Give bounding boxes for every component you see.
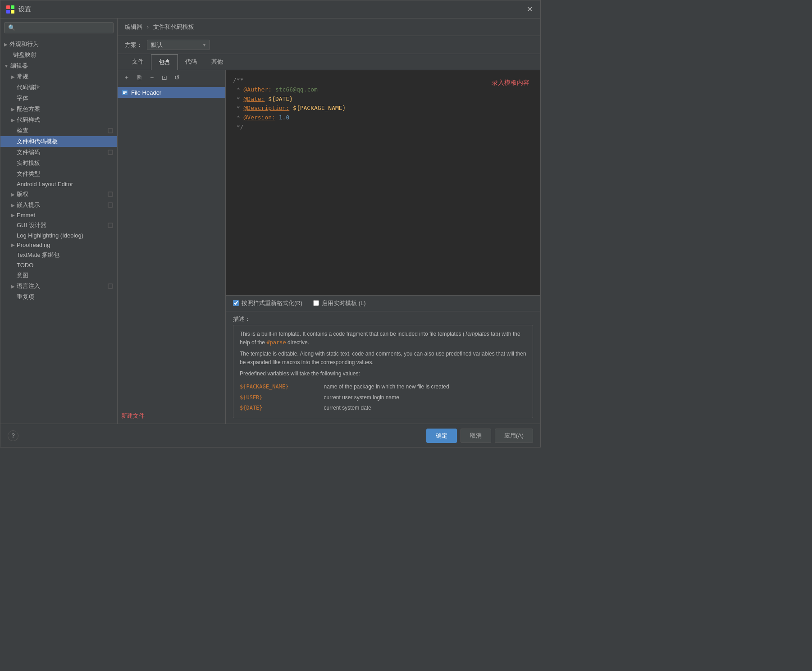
confirm-button[interactable]: 确定: [426, 429, 457, 443]
badge-icon-copyright: [107, 191, 114, 197]
sidebar: 🔍 ▶ 外观和行为 键盘映射 ▼ 编辑器 ▶ 常规: [0, 18, 118, 424]
sidebar-item-file-templates[interactable]: 文件和代码模板: [0, 136, 117, 147]
new-file-label: 新建文件: [118, 408, 225, 424]
sidebar-item-code-editing[interactable]: 代码编辑: [0, 82, 117, 93]
code-editor[interactable]: 录入模板内容 /** * @Auther: stc66@qq.com * @Da…: [226, 70, 540, 295]
sidebar-item-textmate[interactable]: TextMate 捆绑包: [0, 250, 117, 260]
sidebar-item-android-layout-editor[interactable]: Android Layout Editor: [0, 179, 117, 189]
remove-button[interactable]: −: [146, 72, 157, 83]
duplicate-button[interactable]: ⊡: [159, 72, 170, 83]
chevron-right-icon: ▶: [4, 42, 8, 47]
help-button[interactable]: ?: [8, 430, 18, 441]
var-desc-3: current system date: [324, 403, 526, 413]
svg-rect-13: [123, 93, 125, 94]
sidebar-item-proofreading[interactable]: ▶ Proofreading: [0, 240, 117, 250]
chevron-down-icon: ▼: [4, 64, 9, 68]
breadcrumb: 编辑器 › 文件和代码模板: [118, 18, 540, 36]
scheme-row: 方案： 默认 自定义: [118, 36, 540, 54]
main-content: 🔍 ▶ 外观和行为 键盘映射 ▼ 编辑器 ▶ 常规: [0, 18, 540, 424]
settings-dialog: 设置 ✕ 🔍 ▶ 外观和行为 键盘映射 ▼ 编辑器: [0, 0, 541, 447]
sidebar-item-emmet[interactable]: ▶ Emmet: [0, 210, 117, 220]
apply-button[interactable]: 应用(A): [495, 429, 533, 443]
file-list: File Header: [118, 85, 225, 408]
var-name-3: ${DATE}: [240, 403, 324, 413]
table-row: ${PACKAGE_NAME} name of the package in w…: [240, 382, 526, 392]
desc-para-2: The template is editable. Along with sta…: [240, 350, 526, 367]
cancel-button[interactable]: 取消: [461, 429, 491, 443]
reformat-checkbox[interactable]: [233, 300, 239, 306]
badge-icon-encoding: [107, 149, 114, 155]
sidebar-item-gui-designer[interactable]: GUI 设计器: [0, 220, 117, 231]
var-desc-1: name of the package in which the new fil…: [324, 382, 526, 392]
sidebar-item-duplicate[interactable]: 重复项: [0, 292, 117, 302]
scheme-select[interactable]: 默认 自定义: [147, 40, 210, 50]
badge-icon-gui: [107, 222, 114, 228]
bottom-bar: ? 确定 取消 应用(A): [0, 424, 540, 447]
hint-text: 录入模板内容: [492, 78, 529, 87]
sidebar-item-live-templates[interactable]: 实时模板: [0, 158, 117, 169]
sidebar-item-file-types[interactable]: 文件类型: [0, 169, 117, 179]
copy-button[interactable]: ⎘: [134, 72, 145, 83]
svg-rect-11: [123, 91, 127, 91]
scheme-label: 方案：: [125, 41, 142, 49]
toolbar-row: + ⎘ − ⊡ ↺: [118, 70, 225, 85]
sidebar-item-font[interactable]: 字体: [0, 93, 117, 104]
tabs-row: 文件 包含 代码 其他: [118, 54, 540, 70]
chevron-right-icon-inlay: ▶: [11, 203, 15, 208]
file-icon: [121, 89, 128, 96]
table-row: ${USER} current user system login name: [240, 393, 526, 403]
sidebar-tree: ▶ 外观和行为 键盘映射 ▼ 编辑器 ▶ 常规 代码编辑: [0, 37, 117, 424]
badge-icon-inlay: [107, 202, 114, 208]
tab-includes[interactable]: 包含: [151, 54, 178, 70]
svg-rect-5: [108, 150, 113, 155]
file-list-panel: + ⎘ − ⊡ ↺: [118, 70, 226, 424]
search-input[interactable]: [17, 24, 109, 31]
add-button[interactable]: +: [121, 72, 132, 83]
file-item-label: File Header: [131, 89, 161, 96]
sidebar-item-inspections[interactable]: 检查: [0, 125, 117, 136]
desc-para-1: This is a built-in template. It contains…: [240, 330, 526, 347]
sidebar-item-log-highlighting[interactable]: Log Highlighting (Ideolog): [0, 231, 117, 240]
svg-rect-8: [108, 223, 113, 228]
tab-files[interactable]: 文件: [125, 54, 151, 70]
reformat-checkbox-item: 按照样式重新格式化(R): [233, 299, 302, 307]
bottom-left: ?: [8, 430, 423, 441]
sidebar-item-intent[interactable]: 意图: [0, 270, 117, 281]
sidebar-item-todo[interactable]: TODO: [0, 260, 117, 270]
checkboxes-row: 按照样式重新格式化(R) 启用实时模板 (L): [226, 295, 540, 311]
sidebar-item-appearance[interactable]: ▶ 外观和行为: [0, 39, 117, 50]
title-bar: 设置 ✕: [0, 0, 540, 18]
tab-code[interactable]: 代码: [178, 54, 204, 70]
svg-rect-3: [11, 10, 14, 14]
svg-rect-7: [108, 203, 113, 207]
sidebar-item-general[interactable]: ▶ 常规: [0, 71, 117, 82]
svg-rect-6: [108, 192, 113, 196]
sidebar-item-code-style[interactable]: ▶ 代码样式: [0, 114, 117, 125]
badge-icon-inspections: [107, 128, 114, 134]
breadcrumb-separator: ›: [147, 23, 149, 30]
search-icon: 🔍: [8, 24, 15, 31]
close-button[interactable]: ✕: [524, 4, 535, 15]
badge-icon-lang: [107, 283, 114, 289]
tab-other[interactable]: 其他: [204, 54, 230, 70]
svg-rect-1: [11, 5, 14, 9]
sidebar-item-inlay-hints[interactable]: ▶ 嵌入提示: [0, 200, 117, 210]
sidebar-item-language-injection[interactable]: ▶ 语言注入: [0, 281, 117, 292]
chevron-right-icon-emmet: ▶: [11, 213, 15, 218]
reformat-label: 按照样式重新格式化(R): [242, 299, 302, 307]
file-item-header[interactable]: File Header: [118, 87, 225, 98]
desc-title: 描述：: [226, 311, 540, 325]
desc-para-3: Predefined variables will take the follo…: [240, 370, 526, 378]
live-template-checkbox[interactable]: [313, 300, 319, 306]
search-box[interactable]: 🔍: [4, 22, 114, 33]
sidebar-item-keymap[interactable]: 键盘映射: [0, 50, 117, 60]
svg-rect-0: [6, 5, 10, 9]
sidebar-item-file-encoding[interactable]: 文件编码: [0, 147, 117, 158]
sidebar-item-color-scheme[interactable]: ▶ 配色方案: [0, 104, 117, 114]
reset-button[interactable]: ↺: [172, 72, 182, 83]
sidebar-item-editor[interactable]: ▼ 编辑器: [0, 60, 117, 71]
sidebar-item-copyright[interactable]: ▶ 版权: [0, 189, 117, 200]
chevron-right-icon-copyright: ▶: [11, 192, 15, 197]
svg-rect-2: [6, 10, 10, 14]
live-template-checkbox-item: 启用实时模板 (L): [313, 299, 366, 307]
